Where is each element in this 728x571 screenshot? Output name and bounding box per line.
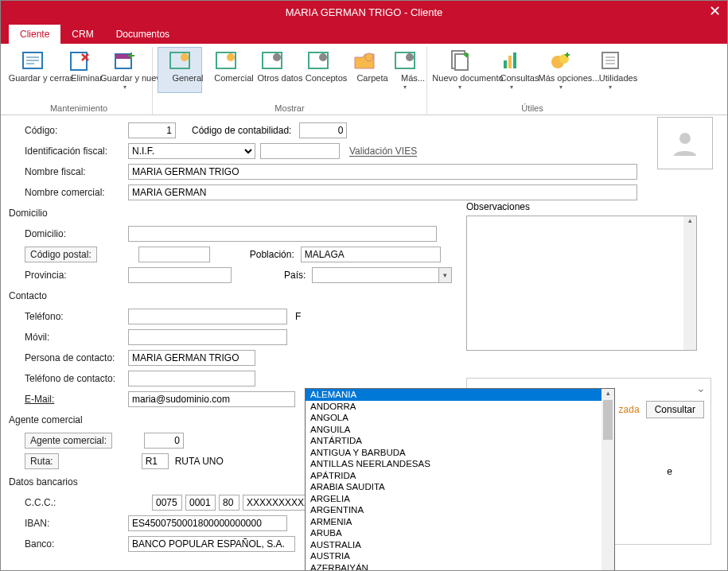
telefono-field[interactable]: [128, 309, 287, 324]
chevron-down-icon[interactable]: ▾: [438, 268, 451, 282]
observaciones-textarea[interactable]: ▴: [466, 216, 697, 351]
general-button[interactable]: General: [158, 47, 202, 93]
consultar-button[interactable]: Consultar: [646, 401, 704, 418]
utilidades-button[interactable]: Utilidades ▾: [588, 47, 633, 93]
chevron-down-icon: ▾: [458, 84, 461, 91]
validacion-vies-link[interactable]: Validación VIES: [349, 146, 417, 157]
mas-opciones-button[interactable]: Más opciones... ▾: [535, 47, 586, 93]
pais-label: País:: [284, 270, 306, 281]
svg-point-23: [679, 133, 691, 144]
otros-datos-icon: [259, 49, 285, 72]
ident-fiscal-tipo-select[interactable]: N.I.F.: [128, 143, 255, 159]
banco-label: Banco:: [9, 538, 128, 550]
close-icon[interactable]: ✕: [709, 2, 721, 20]
banco-field[interactable]: [128, 536, 295, 552]
country-option[interactable]: ARMENIA: [306, 516, 614, 528]
provincia-field[interactable]: [128, 267, 232, 283]
nuevo-documento-icon: [447, 49, 473, 72]
svg-point-9: [273, 53, 281, 61]
mas-button[interactable]: Más... ▾: [388, 47, 422, 93]
ccc-4-field[interactable]: [243, 495, 311, 511]
mas-icon: [392, 49, 418, 72]
movil-field[interactable]: [128, 329, 287, 345]
tel-contacto-field[interactable]: [128, 371, 255, 386]
photo-placeholder[interactable]: [657, 117, 713, 169]
codigo-field[interactable]: [128, 122, 176, 138]
nombre-com-field[interactable]: [128, 185, 637, 200]
codigo-postal-button[interactable]: Código postal:: [25, 247, 97, 262]
codigo-cont-field[interactable]: [299, 122, 347, 138]
ruta-name: RUTA UNO: [175, 456, 224, 467]
tab-cliente[interactable]: Cliente: [9, 25, 60, 44]
agente-comercial-field[interactable]: [144, 433, 184, 449]
comercial-button[interactable]: Comercial: [204, 47, 248, 93]
ribbon-group-utiles: Nuevo documento ▾ Consultas ▾ Más opcion…: [427, 47, 637, 115]
country-option[interactable]: ANTIGUA Y BARBUDA: [306, 447, 614, 459]
nuevo-documento-button[interactable]: Nuevo documento ▾: [432, 47, 488, 93]
ccc-3-field[interactable]: [219, 495, 239, 511]
nombre-com-label: Nombre comercial:: [9, 187, 128, 198]
pais-dropdown-list[interactable]: ALEMANIAANDORRAANGOLAANGUILAANTÁRTIDAANT…: [305, 388, 615, 571]
country-option[interactable]: AZERBAIYÁN: [306, 562, 614, 572]
chevron-down-icon: ▾: [609, 84, 612, 91]
poblacion-field[interactable]: [301, 247, 441, 262]
agente-comercial-button[interactable]: Agente comercial:: [25, 433, 112, 449]
country-option[interactable]: ANDORRA: [306, 401, 614, 413]
country-option[interactable]: AUSTRIA: [306, 550, 614, 562]
country-option[interactable]: APÁTRIDA: [306, 470, 614, 482]
partial-text-e: e: [667, 466, 672, 477]
domicilio-field[interactable]: [128, 226, 437, 242]
country-option[interactable]: ANGUILA: [306, 424, 614, 436]
save-close-button[interactable]: Guardar y cerrar: [10, 47, 55, 93]
tab-documentos[interactable]: Documentos: [105, 25, 181, 44]
country-option[interactable]: ALEMANIA: [306, 389, 614, 401]
country-option[interactable]: ARGENTINA: [306, 504, 614, 516]
bancarios-section: Datos bancarios: [9, 476, 128, 487]
agente-section: Agente comercial: [9, 414, 128, 425]
nombre-fiscal-field[interactable]: [128, 164, 637, 180]
carpeta-button[interactable]: Carpeta: [342, 47, 387, 93]
ccc-2-field[interactable]: [185, 495, 216, 511]
fax-label: F: [295, 311, 301, 322]
ribbon-group-mostrar: General Comercial Otros datos Conceptos …: [153, 47, 427, 115]
chevron-down-icon: ▾: [559, 84, 563, 91]
comercial-icon: [213, 49, 239, 72]
ident-fiscal-field[interactable]: [260, 143, 340, 159]
country-option[interactable]: AUSTRALIA: [306, 539, 614, 551]
chevron-down-icon: ▾: [123, 84, 127, 91]
delete-button[interactable]: Eliminar: [56, 47, 101, 93]
ribbon-group-label: Mantenimiento: [10, 102, 147, 115]
save-new-button[interactable]: Guardar y nuevo ▾: [103, 47, 147, 93]
persona-field[interactable]: [128, 350, 255, 366]
consultas-icon: [499, 49, 524, 72]
iban-field[interactable]: [128, 515, 287, 531]
ruta-button[interactable]: Ruta:: [25, 453, 59, 469]
country-option[interactable]: ANTÁRTIDA: [306, 435, 614, 447]
pais-combobox[interactable]: [312, 267, 452, 283]
chevron-down-icon[interactable]: ⌄: [696, 382, 706, 394]
conceptos-button[interactable]: Conceptos: [296, 47, 341, 93]
country-option[interactable]: ANTILLAS NEERLANDESAS: [306, 458, 614, 470]
nombre-fiscal-label: Nombre fiscal:: [9, 166, 128, 177]
scrollbar[interactable]: ▴ ▾: [601, 389, 614, 571]
chevron-down-icon: ▾: [510, 84, 513, 91]
otros-datos-button[interactable]: Otros datos: [250, 47, 294, 93]
svg-point-5: [181, 53, 189, 61]
provincia-label: Provincia:: [9, 270, 128, 281]
country-option[interactable]: ANGOLA: [306, 412, 614, 424]
scrollbar[interactable]: ▴: [683, 216, 696, 350]
scroll-up-icon[interactable]: ▴: [683, 216, 696, 227]
country-option[interactable]: ARUBA: [306, 527, 614, 539]
ruta-code-field[interactable]: [142, 453, 169, 469]
ribbon-group-label: Útiles: [432, 102, 633, 115]
country-option[interactable]: ARGELIA: [306, 493, 614, 505]
svg-point-11: [319, 53, 327, 61]
scroll-thumb[interactable]: [603, 400, 613, 440]
scroll-up-icon[interactable]: ▴: [601, 389, 614, 400]
country-option[interactable]: ARABIA SAUDITA: [306, 481, 614, 493]
tab-crm[interactable]: CRM: [60, 25, 104, 44]
email-field[interactable]: [128, 391, 295, 407]
codigo-postal-field[interactable]: [138, 247, 210, 262]
consultas-button[interactable]: Consultas ▾: [489, 47, 534, 93]
ccc-1-field[interactable]: [152, 495, 182, 511]
